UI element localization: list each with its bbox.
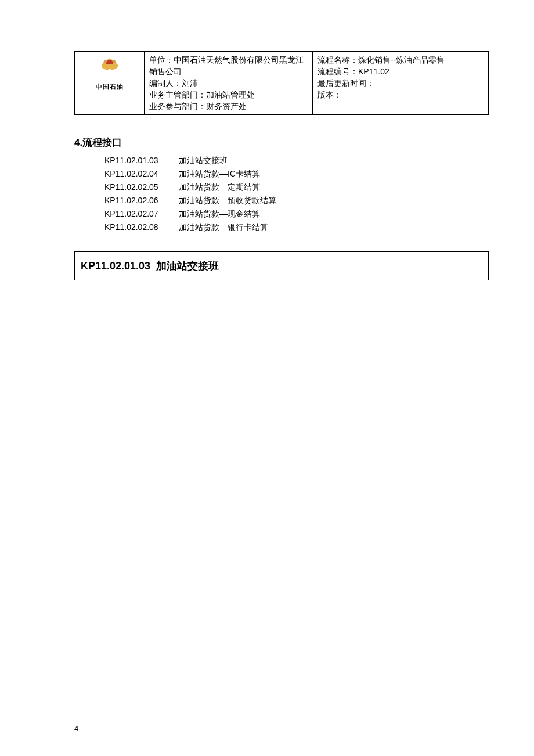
header-left-cell: 单位：中国石油天然气股份有限公司黑龙江销售公司 编制人：刘沛 业务主管部门：加油… <box>145 52 313 115</box>
updated-line: 最后更新时间： <box>317 77 484 89</box>
list-item: KP11.02.02.05加油站货款—定期结算 <box>104 181 489 194</box>
brand-name: 中国石油 <box>96 81 124 92</box>
logo-cell: 中国石油 <box>75 52 145 115</box>
header-table: 中国石油 单位：中国石油天然气股份有限公司黑龙江销售公司 编制人：刘沛 业务主管… <box>74 51 489 115</box>
interface-list: KP11.02.01.03加油站交接班 KP11.02.02.04加油站货款—I… <box>74 154 489 234</box>
process-box-code: KP11.02.01.03 <box>81 260 150 272</box>
proc-name-line: 流程名称：炼化销售--炼油产品零售 <box>317 54 484 66</box>
list-item: KP11.02.01.03加油站交接班 <box>104 154 489 167</box>
petrochina-logo-icon <box>99 56 120 77</box>
proc-code-line: 流程编号：KP11.02 <box>317 66 484 77</box>
list-item: KP11.02.02.04加油站货款—IC卡结算 <box>104 167 489 181</box>
header-right-cell: 流程名称：炼化销售--炼油产品零售 流程编号：KP11.02 最后更新时间： 版… <box>313 52 489 115</box>
dept1-line: 业务主管部门：加油站管理处 <box>149 89 308 100</box>
list-item: KP11.02.02.08加油站货款—银行卡结算 <box>104 221 489 234</box>
process-box: KP11.02.01.03 加油站交接班 <box>74 251 489 280</box>
list-item: KP11.02.02.07加油站货款—现金结算 <box>104 207 489 221</box>
list-item: KP11.02.02.06加油站货款—预收货款结算 <box>104 194 489 207</box>
version-line: 版本： <box>317 89 484 100</box>
author-line: 编制人：刘沛 <box>149 77 308 89</box>
dept2-line: 业务参与部门：财务资产处 <box>149 100 308 112</box>
process-box-title: 加油站交接班 <box>156 260 219 272</box>
page-number: 4 <box>74 724 78 733</box>
section-title: 4.流程接口 <box>74 136 489 149</box>
unit-line: 单位：中国石油天然气股份有限公司黑龙江销售公司 <box>149 54 308 77</box>
